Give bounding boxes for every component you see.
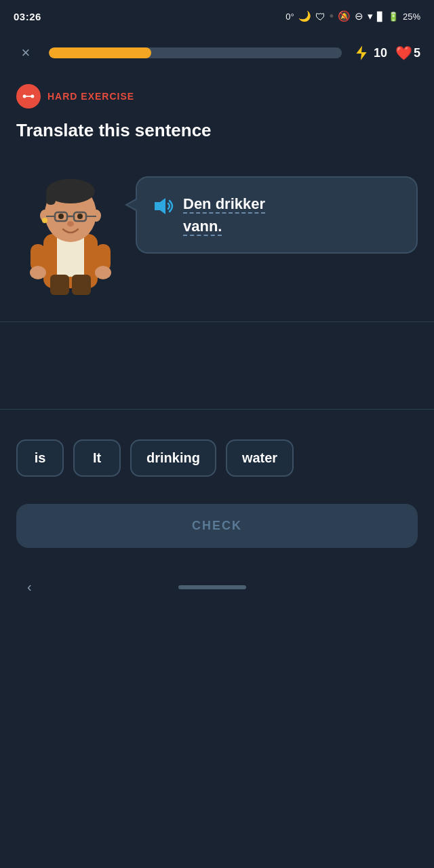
exercise-badge <box>16 84 41 108</box>
sound-icon[interactable] <box>151 194 175 218</box>
moon-icon: 🌙 <box>298 10 311 22</box>
exercise-label-area: HARD EXERCISE <box>0 73 434 114</box>
tile-water[interactable]: water <box>226 439 294 477</box>
word-tiles-container: isItdrinkingwater <box>16 439 418 477</box>
svg-point-21 <box>67 221 74 226</box>
svg-rect-3 <box>26 96 31 97</box>
exercise-label-text: HARD EXERCISE <box>47 91 134 102</box>
heart-stat: ❤️ 5 <box>395 46 420 60</box>
progress-fill <box>49 47 151 58</box>
svg-rect-26 <box>50 275 69 295</box>
svg-point-25 <box>95 266 111 279</box>
speech-bubble: Den drikker vann. <box>136 176 418 254</box>
svg-marker-28 <box>155 198 165 214</box>
character-area: Den drikker vann. <box>0 156 434 305</box>
bubble-text: Den drikker vann. <box>183 193 265 237</box>
battery-percent: 25% <box>403 12 420 22</box>
svg-marker-0 <box>356 45 366 60</box>
heart-count: 5 <box>414 46 420 60</box>
divider-top <box>0 321 434 322</box>
svg-rect-27 <box>72 275 91 295</box>
heart-icon: ❤️ <box>395 46 410 60</box>
tile-is[interactable]: is <box>16 439 64 477</box>
check-button-area: CHECK <box>0 490 434 570</box>
bell-muted-icon: 🔕 <box>338 10 351 22</box>
svg-rect-5 <box>32 95 34 97</box>
close-button[interactable]: × <box>14 41 38 65</box>
divider-bottom <box>0 409 434 410</box>
svg-point-13 <box>42 218 47 223</box>
status-time: 03:26 <box>14 11 41 22</box>
dumbbell-icon <box>22 90 35 103</box>
minus-circle-icon: ⊖ <box>355 10 363 22</box>
shield-icon: 🛡 <box>315 11 326 22</box>
status-icons: 0° 🌙 🛡 • 🔕 ⊖ ▾ ▊ 🔋 25% <box>285 9 420 24</box>
wifi-icon: ▾ <box>368 10 373 22</box>
bolt-icon <box>353 44 370 62</box>
progress-bar <box>49 47 342 58</box>
svg-point-19 <box>58 214 64 219</box>
character-svg <box>20 163 121 298</box>
tile-drinking[interactable]: drinking <box>130 439 216 477</box>
toolbar: × 10 ❤️ 5 <box>0 33 434 73</box>
tile-it[interactable]: It <box>73 439 121 477</box>
bubble-line2: vann. <box>183 218 222 236</box>
dot-icon: • <box>330 9 334 24</box>
status-bar: 03:26 0° 🌙 🛡 • 🔕 ⊖ ▾ ▊ 🔋 25% <box>0 0 434 33</box>
bolt-stat: 10 <box>353 44 387 62</box>
answer-area <box>0 338 434 393</box>
check-button[interactable]: CHECK <box>16 504 418 548</box>
svg-point-24 <box>30 266 46 279</box>
svg-rect-10 <box>46 191 56 205</box>
stats-area: 10 ❤️ 5 <box>353 44 420 62</box>
svg-rect-4 <box>24 95 26 97</box>
back-button[interactable]: ‹ <box>27 579 32 595</box>
character-figure <box>16 163 125 298</box>
bottom-nav: ‹ <box>0 570 434 605</box>
temperature-indicator: 0° <box>285 12 294 22</box>
bolt-count: 10 <box>374 46 387 60</box>
bubble-line1: Den drikker <box>183 195 265 214</box>
svg-point-20 <box>77 214 83 219</box>
word-tiles-section: isItdrinkingwater <box>0 426 434 490</box>
battery-icon: 🔋 <box>388 12 399 22</box>
home-indicator[interactable] <box>178 585 246 589</box>
signal-icon: ▊ <box>377 12 384 22</box>
instruction-text: Translate this sentence <box>0 114 434 156</box>
